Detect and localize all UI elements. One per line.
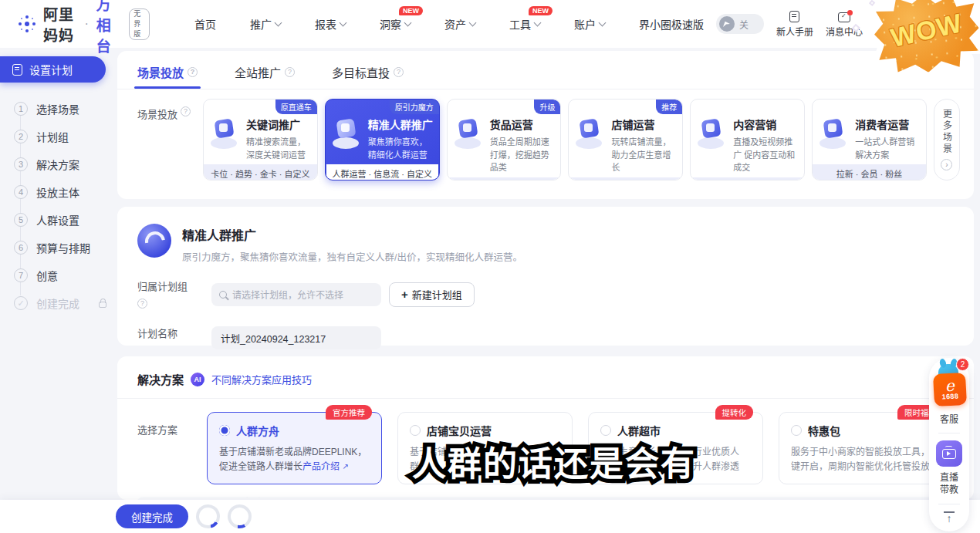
solution-option-audience-market[interactable]: 提转化 人群超市 基于生意增长目标挖掘行业优质人群，扩大人群拿量，提升人群渗透 bbox=[588, 412, 763, 484]
logo-1688-text: 1688 bbox=[941, 392, 959, 400]
card-badge: 原引力魔方 bbox=[390, 100, 439, 114]
toggle-state-label: 关 bbox=[739, 18, 749, 31]
create-complete-button[interactable]: 创建完成 bbox=[116, 504, 188, 528]
card-title: 关键词推广 bbox=[246, 116, 311, 132]
mail-icon bbox=[838, 12, 850, 22]
wizard-sidebar: 设置计划 1选择场景 2计划组 3解决方案 4投放主体 5人群设置 6预算与排期… bbox=[0, 48, 116, 500]
official-recommend-badge: 官方推荐 bbox=[326, 405, 372, 420]
brand-separator: · bbox=[84, 17, 88, 31]
nav-tools[interactable]: 工具NEW bbox=[509, 16, 540, 32]
customer-service-entry[interactable]: 2 e 1688 bbox=[932, 364, 966, 409]
live-teaching-entry[interactable] bbox=[936, 440, 962, 467]
sidebar-item-audience[interactable]: 5人群设置 bbox=[0, 206, 116, 234]
radio-icon[interactable] bbox=[600, 425, 611, 436]
card-title: 消费者运营 bbox=[855, 116, 920, 132]
sidebar-active-label: 设置计划 bbox=[29, 62, 73, 77]
card-desc: 玩转店铺流量，助力全店生意增长 bbox=[611, 136, 676, 174]
scene-card-goods[interactable]: 升级 货品运营 货品全周期加速打爆，挖掘趋势品类 测款 · 新品 · 货品加速 bbox=[447, 99, 562, 180]
logo-1688-icon: e 1688 bbox=[933, 373, 967, 406]
nav-insight[interactable]: 洞察NEW bbox=[380, 16, 411, 32]
option-desc: 基于店铺宝贝特征，精准匹配兴趣人群 bbox=[410, 445, 560, 474]
service-label: 客服 bbox=[940, 413, 958, 426]
nav-assets[interactable]: 资产 bbox=[444, 16, 475, 32]
scene-card-content[interactable]: 内容营销 直播及短视频推广 促内容互动和成交 直播 · 短视频 · 短直联投 bbox=[690, 99, 805, 180]
edition-badge: 无界版 bbox=[129, 8, 150, 40]
help-icon[interactable] bbox=[285, 67, 295, 77]
card-title: 货品运营 bbox=[490, 116, 555, 132]
card-illustration bbox=[454, 118, 485, 149]
card-illustration bbox=[210, 118, 241, 149]
solution-title: 解决方案 bbox=[137, 371, 184, 387]
plan-group-select[interactable]: 请选择计划组，允许不选择 bbox=[211, 283, 381, 306]
step-number: 1 bbox=[14, 102, 28, 116]
document-icon bbox=[789, 11, 799, 22]
sidebar-item-scene[interactable]: 1选择场景 bbox=[0, 95, 116, 123]
plan-detail-panel: 精准人群推广 原引力魔方，聚焦猜你喜欢流量，独有自定义人群/出价，实现精细化人群… bbox=[117, 207, 974, 346]
handbook-link[interactable]: 新人手册 bbox=[776, 11, 813, 38]
chevron-down-icon bbox=[404, 19, 412, 26]
plan-name-label: 计划名称 bbox=[137, 326, 194, 349]
radio-icon[interactable] bbox=[410, 425, 421, 436]
nav-account[interactable]: 账户 bbox=[574, 16, 605, 32]
card-footer: 人群运营 · 信息流 · 自定义 bbox=[326, 164, 438, 180]
sidebar-item-creative[interactable]: 7创意 bbox=[0, 261, 116, 289]
product-intro-link[interactable]: 产品介绍 bbox=[302, 461, 340, 472]
tab-sitewide[interactable]: 全站推广 bbox=[235, 64, 295, 89]
scene-card-keyword[interactable]: 原直通车 关键词推广 精准搜索流量，深度关键词运营 卡位 · 趋势 · 金卡 ·… bbox=[203, 99, 318, 180]
search-icon bbox=[219, 291, 227, 299]
sidebar-item-budget[interactable]: 6预算与排期 bbox=[0, 234, 116, 261]
logo-e-glyph: e bbox=[945, 379, 955, 393]
nav-jiexiaoquan[interactable]: 界小圈 bbox=[639, 16, 671, 32]
external-link-icon bbox=[342, 460, 348, 473]
topbar: 阿里妈妈 · 万相台 无界版 首页 推广 报表 洞察NEW 资产 工具NEW 账… bbox=[0, 0, 980, 48]
sidebar-item-plan-group[interactable]: 2计划组 bbox=[0, 123, 116, 150]
sidebar-item-target[interactable]: 4投放主体 bbox=[0, 178, 116, 206]
chevron-down-icon bbox=[534, 19, 542, 26]
radio-checked-icon[interactable] bbox=[219, 425, 230, 436]
step-number: 6 bbox=[14, 241, 28, 255]
solution-divider bbox=[117, 398, 974, 399]
more-scenes-button[interactable]: 更多场景 bbox=[934, 99, 960, 180]
divider bbox=[938, 433, 960, 433]
help-icon[interactable] bbox=[137, 299, 147, 309]
choose-solution-label: 选择方案 bbox=[137, 422, 191, 484]
handbook-label: 新人手册 bbox=[776, 25, 813, 38]
help-icon[interactable] bbox=[394, 67, 404, 77]
tab-scene-delivery[interactable]: 场景投放 bbox=[137, 64, 198, 89]
step-number: 2 bbox=[14, 130, 28, 143]
sidebar-item-solution[interactable]: 3解决方案 bbox=[0, 150, 116, 178]
card-desc: 货品全周期加速打爆，挖掘趋势品类 bbox=[490, 136, 555, 174]
card-desc: 精准搜索流量，深度关键词运营 bbox=[246, 136, 311, 161]
speed-mode-toggle[interactable]: 关 bbox=[716, 14, 764, 34]
solution-option-special-pack[interactable]: 限时福利 特惠包 服务于中小商家的智能投放工具，一键开启，周期内智能优化托管投放 bbox=[779, 412, 954, 484]
help-icon[interactable] bbox=[181, 106, 191, 116]
nav-promotion[interactable]: 推广 bbox=[250, 16, 281, 32]
bottom-action-bar: 创建完成 bbox=[0, 500, 980, 533]
sidebar-item-setup-plan[interactable]: 设置计划 bbox=[0, 56, 106, 83]
nav-reports[interactable]: 报表 bbox=[315, 16, 346, 32]
progress-ring-2[interactable] bbox=[223, 500, 255, 532]
message-center-link[interactable]: 消息中心 bbox=[826, 11, 863, 38]
new-plan-group-button[interactable]: + 新建计划组 bbox=[389, 282, 475, 307]
scene-card-shop[interactable]: 推荐 店铺运营 玩转店铺流量，助力全店生意增长 智能高效促成交 bbox=[568, 99, 683, 180]
back-to-top-button[interactable]: ↑ bbox=[944, 511, 955, 525]
tab-multi-target[interactable]: 多目标直投 bbox=[332, 64, 404, 89]
option-title: 店铺宝贝运营 bbox=[427, 423, 492, 438]
radio-icon[interactable] bbox=[791, 425, 802, 436]
solution-option-audience-ark[interactable]: 官方推荐 人群方舟 基于店铺潜新老或品牌DEEPLINK，促进全链路人群增长产品… bbox=[207, 412, 382, 484]
brand-logo[interactable]: 阿里妈妈 · 万相台 无界版 bbox=[17, 0, 150, 56]
scene-card-audience[interactable]: 原引力魔方 精准人群推广 聚焦猜你喜欢，精细化人群运营 人群运营 · 信息流 ·… bbox=[325, 99, 440, 180]
scene-card-consumer[interactable]: 消费者运营 一站式人群营销解决方案 拉新 · 会员 · 粉丝 bbox=[812, 99, 927, 180]
nav-home[interactable]: 首页 bbox=[194, 16, 216, 32]
card-title: 精准人群推广 bbox=[368, 116, 433, 132]
plan-name-input[interactable]: 计划_20240924_123217 bbox=[211, 326, 381, 349]
progress-ring-1[interactable] bbox=[191, 500, 225, 533]
step-number: 3 bbox=[14, 157, 28, 171]
solution-option-shop-item[interactable]: 店铺宝贝运营 基于店铺宝贝特征，精准匹配兴趣人群 bbox=[397, 412, 573, 484]
live-tv-icon bbox=[942, 449, 956, 459]
option-desc: 服务于中小商家的智能投放工具，一键开启，周期内智能优化托管投放 bbox=[791, 445, 941, 474]
option-title: 人群方舟 bbox=[236, 423, 279, 438]
rocket-icon bbox=[719, 16, 735, 32]
help-icon[interactable] bbox=[188, 67, 198, 77]
solution-tips-link[interactable]: 不同解决方案应用技巧 bbox=[211, 372, 312, 386]
